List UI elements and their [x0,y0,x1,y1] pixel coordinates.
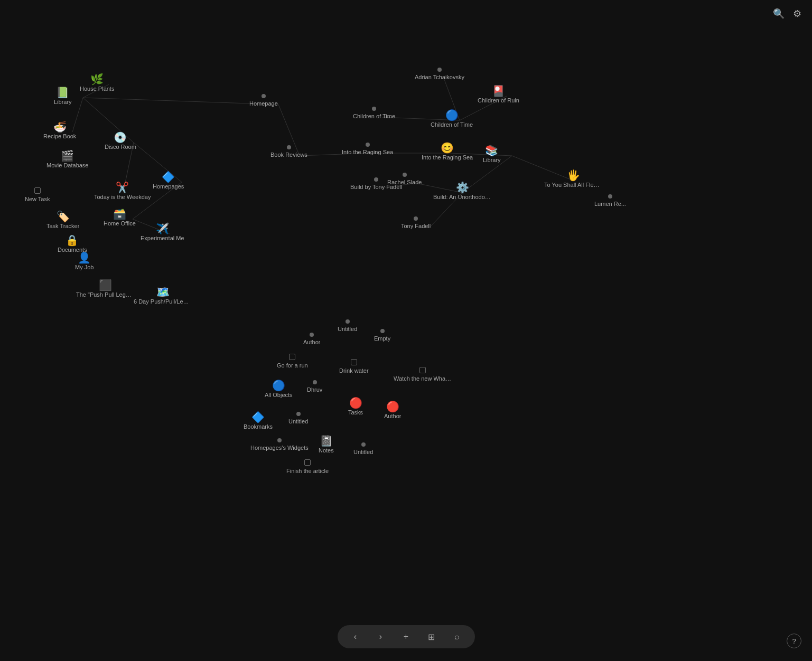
node-icon-author-2: 🔴 [386,401,399,412]
node-checkbox-finish-article[interactable] [304,459,311,466]
node-finish-article[interactable]: Finish the article [286,459,329,474]
node-homepage[interactable]: Homepage [249,94,278,107]
node-to-you-all-flesh[interactable]: 🖐️To You Shall All Flesh C... [544,170,602,188]
node-into-raging-sea-2[interactable]: 😊Into the Raging Sea [422,143,473,160]
node-label-notes: Notes [319,447,334,454]
node-my-job[interactable]: 👤My Job [75,252,94,270]
node-book-reviews[interactable]: Book Reviews [270,145,307,158]
node-6day-ppl[interactable]: 🗺️6 Day Push/Pull/Legs (PP... [134,287,192,305]
node-recipe-book[interactable]: 🍜Recipe Book [43,121,76,139]
node-rachel-slade[interactable]: Rachel Slade [387,173,422,185]
node-documents[interactable]: 🔒Documents [58,235,87,253]
node-label-homepages: Homepages [153,183,184,190]
node-children-of-time-2[interactable]: 🔵Children of Time [431,110,473,128]
search-button[interactable]: ⌕ [450,629,464,644]
node-new-task[interactable]: New Task [25,187,50,202]
node-go-for-run[interactable]: Go for a run [277,354,308,369]
grid-button[interactable]: ⊞ [424,629,439,644]
node-label-dhruv: Dhruv [307,386,322,393]
node-label-house-plants: House Plants [80,86,114,92]
node-author-1[interactable]: Author [303,333,320,345]
search-icon[interactable]: 🔍 [773,8,785,20]
connection-lines [0,27,812,661]
add-button[interactable]: + [399,629,414,644]
node-children-of-time-1[interactable]: Children of Time [353,107,395,119]
node-label-home-office: Home Office [104,220,136,226]
graph-canvas: 🌿House Plants📗Library🍜Recipe Book🎬Movie … [0,27,812,661]
node-label-bookmarks: Bookmarks [244,423,273,430]
node-label-library: Library [54,99,72,105]
node-label-tony-fadell: Tony Fadell [401,223,431,229]
node-bookmarks[interactable]: 🔷Bookmarks [244,412,273,430]
node-watch-what-we-do[interactable]: Watch the new What We Do... [394,367,452,382]
node-untitled-1[interactable]: Untitled [338,319,357,332]
node-drink-water[interactable]: Drink water [339,359,369,374]
node-icon-children-of-ruin: 🎴 [492,86,505,96]
node-label-push-pull-legs: The "Push Pull Legs" PPL... [76,291,134,298]
forward-button[interactable]: › [374,629,388,644]
node-dhruv[interactable]: Dhruv [307,380,322,393]
node-icon-6day-ppl: 🗺️ [156,287,170,297]
node-dot-tony-fadell [414,216,418,221]
node-into-raging-sea-1[interactable]: Into the Raging Sea [342,143,393,155]
node-all-objects[interactable]: 🔵All Objects [265,380,293,398]
node-untitled-3[interactable]: Untitled [353,442,373,455]
node-label-into-raging-sea-1: Into the Raging Sea [342,149,393,155]
node-dot-children-of-time-1 [372,107,376,111]
help-button[interactable]: ? [787,634,801,648]
node-label-experimental-me: Experimental Me [141,235,184,241]
node-icon-push-pull-legs: ⬛ [99,280,112,290]
node-icon-movie-db: 🎬 [61,150,74,161]
filter-icon[interactable]: ⚙ [793,8,801,20]
node-checkbox-new-task[interactable] [34,187,41,194]
node-icon-task-tracker: 🏷️ [57,211,70,222]
node-label-tasks: Tasks [348,409,363,416]
node-label-finish-article: Finish the article [286,468,329,474]
node-label-homepages-widgets: Homepages's Widgets [250,445,309,451]
node-dot-empty [380,329,385,333]
node-experimental-me[interactable]: ✈️Experimental Me [141,223,184,241]
node-label-all-objects: All Objects [265,392,293,398]
node-house-plants[interactable]: 🌿House Plants [80,74,114,92]
node-label-author-2: Author [384,413,401,419]
node-library-2[interactable]: 📚Library [483,145,501,163]
node-dot-book-reviews [287,145,291,149]
node-build-unorthodox[interactable]: ⚙️Build: An Unorthodox Gui... [433,182,491,200]
node-checkbox-drink-water[interactable] [351,359,357,365]
node-tasks[interactable]: 🔴Tasks [348,398,363,416]
node-dot-homepages-widgets [277,438,282,442]
node-tony-fadell[interactable]: Tony Fadell [401,216,431,229]
node-icon-build-unorthodox: ⚙️ [456,182,469,193]
back-button[interactable]: ‹ [348,629,363,644]
node-task-tracker[interactable]: 🏷️Task Tracker [46,211,79,229]
node-notes[interactable]: 📓Notes [319,436,334,454]
header-icons: 🔍 ⚙ [773,8,801,20]
node-library[interactable]: 📗Library [54,87,72,105]
node-label-children-of-time-1: Children of Time [353,113,395,119]
node-label-empty: Empty [374,335,390,342]
node-homepages[interactable]: 🔷Homepages [153,172,184,190]
node-home-office[interactable]: 🗃️Home Office [104,209,136,226]
node-empty[interactable]: Empty [374,329,390,342]
node-dot-homepage [262,94,266,98]
node-dot-untitled-1 [346,319,350,324]
node-movie-db[interactable]: 🎬Movie Database [46,150,89,168]
node-untitled-2[interactable]: Untitled [288,412,308,424]
node-checkbox-watch-what-we-do[interactable] [419,367,426,373]
node-homepages-widgets[interactable]: Homepages's Widgets [250,438,309,451]
node-checkbox-go-for-run[interactable] [289,354,295,360]
node-children-of-ruin[interactable]: 🎴Children of Ruin [478,86,519,103]
node-label-my-job: My Job [75,264,94,270]
node-icon-all-objects: 🔵 [272,380,285,391]
node-disco-room[interactable]: 💿Disco Room [105,132,136,150]
node-lumen-re[interactable]: Lumen Re... [594,194,626,207]
node-author-2[interactable]: 🔴Author [384,401,401,419]
node-icon-homepages: 🔷 [162,172,175,182]
node-push-pull-legs[interactable]: ⬛The "Push Pull Legs" PPL... [76,280,134,298]
node-dot-dhruv [313,380,317,384]
node-label-author-1: Author [303,339,320,345]
node-label-untitled-3: Untitled [353,449,373,455]
node-today-weekday[interactable]: ✂️Today is the Weekday [94,182,151,200]
node-label-recipe-book: Recipe Book [43,133,76,139]
node-adrian-tchaikovsky[interactable]: Adrian Tchaikovsky [415,68,464,80]
